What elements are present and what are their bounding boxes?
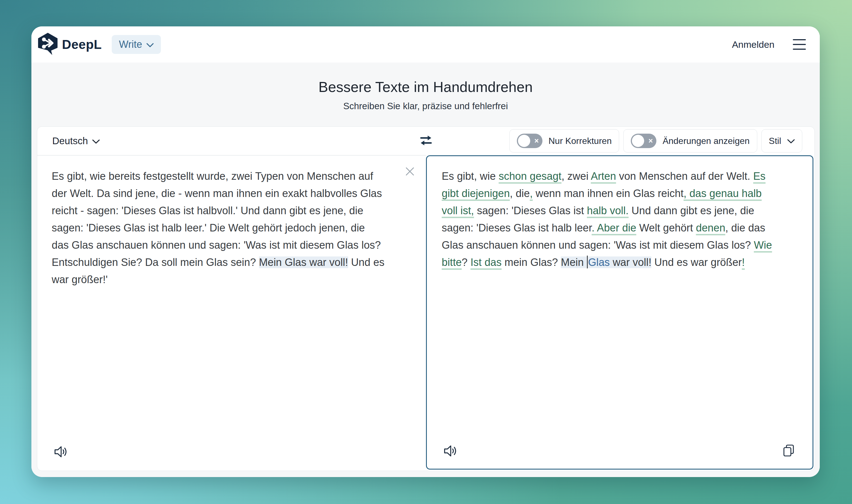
toggle-show-changes-label: Änderungen anzeigen — [663, 136, 749, 146]
product-menu-label: Write — [119, 39, 142, 50]
source-listen-button[interactable] — [52, 444, 70, 461]
source-panel: Es gibt, wie bereits festgestellt wurde,… — [37, 155, 426, 470]
brand[interactable]: DeepL — [37, 33, 102, 56]
clear-source-button[interactable] — [403, 165, 417, 179]
header: DeepL Write Anmelden — [31, 26, 820, 62]
deepl-logo-icon — [37, 33, 59, 56]
language-selector[interactable]: Deutsch — [52, 135, 100, 146]
speaker-icon — [54, 455, 68, 459]
copy-result-button[interactable] — [781, 442, 796, 460]
menu-icon[interactable] — [792, 37, 806, 51]
app-card: DeepL Write Anmelden Bessere Texte im Ha… — [31, 26, 820, 477]
chevron-down-icon — [92, 135, 100, 146]
toggle-corrections-label: Nur Korrekturen — [548, 136, 612, 146]
hero-section: Bessere Texte im Handumdrehen Schreiben … — [31, 62, 820, 477]
result-panel: Es gibt, wie schon gesagt, zwei Arten vo… — [426, 155, 814, 470]
brand-name: DeepL — [62, 37, 102, 52]
source-text-input[interactable]: Es gibt, wie bereits festgestellt wurde,… — [52, 167, 421, 288]
page-subtitle: Schreiben Sie klar, präzise und fehlerfr… — [31, 101, 820, 111]
editor-toolbar: Deutsch — [37, 127, 815, 155]
close-icon — [405, 173, 415, 177]
toggle-show-changes[interactable]: × Änderungen anzeigen — [623, 129, 757, 152]
chevron-down-icon — [787, 136, 795, 146]
copy-icon — [782, 454, 795, 458]
style-label: Stil — [769, 136, 781, 146]
style-selector[interactable]: Stil — [761, 129, 802, 152]
editor-workspace: Deutsch — [37, 126, 815, 471]
result-listen-button[interactable] — [442, 443, 459, 460]
toggle-off-icon: × — [631, 133, 656, 148]
toggle-off-icon: × — [517, 133, 542, 148]
page-title: Bessere Texte im Handumdrehen — [31, 79, 820, 95]
chevron-down-icon — [146, 39, 154, 50]
toggle-corrections-only[interactable]: × Nur Korrekturen — [509, 129, 619, 152]
product-menu-write[interactable]: Write — [112, 35, 161, 54]
swap-texts-button[interactable] — [417, 132, 435, 149]
language-label: Deutsch — [52, 135, 88, 146]
signin-link[interactable]: Anmelden — [732, 39, 775, 50]
result-text-area[interactable]: Es gibt, wie schon gesagt, zwei Arten vo… — [442, 167, 810, 271]
speaker-icon — [443, 454, 457, 458]
swap-arrows-icon — [420, 143, 432, 147]
